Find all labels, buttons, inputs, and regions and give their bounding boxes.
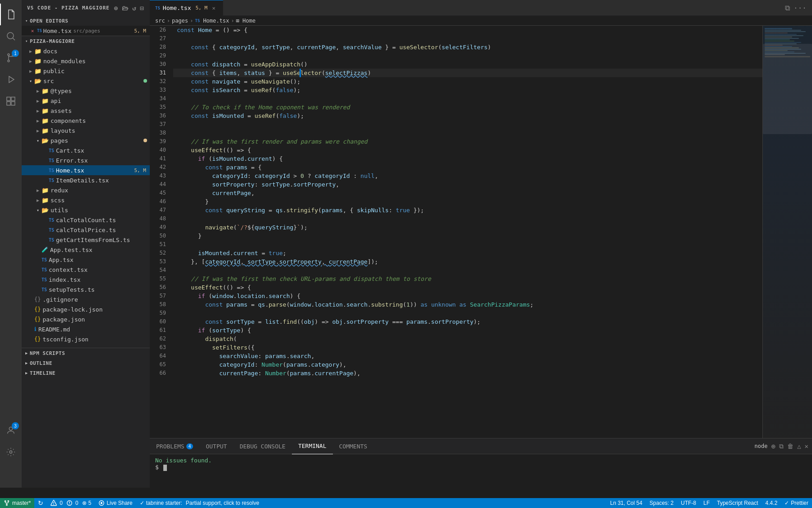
tree-item-components[interactable]: ▶ 📁 components xyxy=(22,116,150,126)
panel-tab-problems[interactable]: PROBLEMS 4 xyxy=(150,438,199,454)
outline-section[interactable]: ▶ OUTLINE xyxy=(22,358,150,368)
modified-dot xyxy=(143,139,147,142)
tree-item-getcartitemsfromls[interactable]: TS getCartItemsFromLS.ts xyxy=(22,235,150,245)
status-language-mode[interactable]: TypeScript React xyxy=(713,498,761,508)
folder-icon: 📁 xyxy=(42,117,49,124)
tree-item-gitignore[interactable]: {} .gitignore xyxy=(22,294,150,304)
open-editor-home-tsx[interactable]: ✕ TS Home.tsx src/pages 5, M xyxy=(22,26,150,36)
tree-item-app-test-tsx[interactable]: 🧪 App.test.tsx xyxy=(22,245,150,255)
tree-item-docs[interactable]: ▶ 📁 docs xyxy=(22,46,150,56)
timeline-section[interactable]: ▶ TIMELINE xyxy=(22,368,150,378)
breadcrumb-src[interactable]: src xyxy=(155,18,165,24)
tree-item-api[interactable]: ▶ 📁 api xyxy=(22,96,150,106)
git-activity-icon[interactable]: 1 xyxy=(0,47,22,69)
extensions-activity-icon[interactable] xyxy=(0,90,22,112)
panel-tab-output[interactable]: OUTPUT xyxy=(199,438,233,454)
tree-item-context-tsx[interactable]: TS context.tsx xyxy=(22,265,150,275)
tree-item-package-json[interactable]: {} package.json xyxy=(22,314,150,324)
sidebar: VS Code - Pizza Maggiore ⊕ 🗁 ↺ ⊟ ▾ OPEN … xyxy=(22,0,150,488)
breadcrumb-file[interactable]: TS Home.tsx xyxy=(195,18,229,24)
status-spaces[interactable]: Spaces: 2 xyxy=(646,498,677,508)
new-folder-icon[interactable]: 🗁 xyxy=(122,5,129,12)
tree-item-readme[interactable]: ℹ README.md xyxy=(22,324,150,334)
terminal-label: TERMINAL xyxy=(298,443,327,449)
chevron-right-icon: ▶ xyxy=(34,128,42,133)
status-sync[interactable]: ↻ xyxy=(34,498,47,508)
project-label[interactable]: ▾ PIZZA-MAGGIORE xyxy=(22,36,150,46)
tree-item-layouts[interactable]: ▶ 📁 layouts xyxy=(22,126,150,135)
tree-item-src[interactable]: ▾ 📂 src xyxy=(22,76,150,86)
status-version[interactable]: 4.4.2 xyxy=(762,498,781,508)
bottom-panel: PROBLEMS 4 OUTPUT DEBUG CONSOLE TERMINAL… xyxy=(150,438,812,498)
explorer-activity-icon[interactable] xyxy=(0,4,22,25)
breadcrumb-symbol[interactable]: ⊞ Home xyxy=(236,18,255,24)
status-prettier[interactable]: ✓ Prettier xyxy=(781,498,812,508)
tree-item-public[interactable]: ▶ 📁 public xyxy=(22,66,150,76)
terminal-content[interactable]: No issues found. $ xyxy=(150,454,812,498)
accounts-badge: 3 xyxy=(12,422,19,429)
close-panel-icon[interactable]: ✕ xyxy=(805,443,808,450)
split-editor-icon[interactable]: ⧉ xyxy=(785,4,790,12)
status-eol[interactable]: LF xyxy=(700,498,713,508)
accounts-activity-icon[interactable]: 3 xyxy=(0,419,22,441)
tree-item-utils[interactable]: ▾ 📂 utils xyxy=(22,205,150,215)
tree-item-redux[interactable]: ▶ 📁 redux xyxy=(22,185,150,195)
tree-item-calctotalcount[interactable]: TS calcTotalCount.ts xyxy=(22,215,150,225)
split-terminal-icon[interactable]: ⧉ xyxy=(779,443,784,450)
tree-item-assets[interactable]: ▶ 📁 assets xyxy=(22,106,150,116)
tree-item-error-tsx[interactable]: TS Error.tsx xyxy=(22,155,150,165)
npm-scripts-section[interactable]: ▶ NPM SCRIPTS xyxy=(22,348,150,358)
tree-item-cart-tsx[interactable]: TS Cart.tsx xyxy=(22,145,150,155)
tree-item-app-tsx[interactable]: TS App.tsx xyxy=(22,255,150,265)
kill-terminal-icon[interactable]: 🗑 xyxy=(787,443,794,450)
status-cursor-position[interactable]: Ln 31, Col 54 xyxy=(606,498,646,508)
more-actions-icon[interactable]: ··· xyxy=(794,4,807,12)
tree-item-index-tsx[interactable]: TS index.tsx xyxy=(22,275,150,284)
line-num-63: 63 xyxy=(150,343,170,352)
tree-item-pages[interactable]: ▾ 📂 pages xyxy=(22,135,150,145)
tree-item-home-tsx[interactable]: TS Home.tsx 5, M xyxy=(22,165,150,175)
code-line-38 xyxy=(173,129,762,137)
tree-item-scss[interactable]: ▶ 📁 scss xyxy=(22,195,150,205)
panel-tab-terminal[interactable]: TERMINAL xyxy=(292,438,333,454)
maximize-panel-icon[interactable]: △ xyxy=(797,443,801,450)
tree-item-itemdetails-tsx[interactable]: TS ItemDetails.tsx xyxy=(22,175,150,185)
breadcrumb-pages[interactable]: pages xyxy=(172,18,188,24)
tab-home-tsx[interactable]: TS Home.tsx 5, M ✕ xyxy=(150,0,223,16)
line-num-41: 41 xyxy=(150,154,170,163)
info-indicator: ⊗ xyxy=(82,500,87,506)
open-editors-label[interactable]: ▾ OPEN EDITORS xyxy=(22,16,150,26)
line-num-60: 60 xyxy=(150,317,170,326)
status-errors-warnings[interactable]: 0 0 ⊗ 5 xyxy=(47,498,95,508)
refresh-icon[interactable]: ↺ xyxy=(132,5,136,12)
close-open-editor-icon[interactable]: ✕ xyxy=(29,28,36,34)
panel-tab-comments[interactable]: COMMENTS xyxy=(333,438,374,454)
new-file-icon[interactable]: ⊕ xyxy=(114,5,118,12)
search-activity-icon[interactable] xyxy=(0,25,22,47)
panel-tab-debug-console[interactable]: DEBUG CONSOLE xyxy=(233,438,292,454)
tree-item-node-modules[interactable]: ▶ 📁 node_modules xyxy=(22,56,150,66)
collapse-all-icon[interactable]: ⊟ xyxy=(140,5,144,12)
status-git-branch[interactable]: master* xyxy=(0,498,34,508)
line-num-46: 46 xyxy=(150,197,170,206)
status-tabnine[interactable]: ✓ tabnine starter: Partial support, clic… xyxy=(136,498,263,508)
sidebar-bottom-sections: ▶ NPM SCRIPTS ▶ OUTLINE ▶ TIMELINE xyxy=(22,348,150,378)
status-encoding[interactable]: UTF-8 xyxy=(677,498,700,508)
tree-item-calctotalprice[interactable]: TS calcTotalPrice.ts xyxy=(22,225,150,235)
status-liveshare[interactable]: Live Share xyxy=(95,498,136,508)
file-name: ItemDetails.tsx xyxy=(56,177,109,184)
debug-activity-icon[interactable] xyxy=(0,69,22,90)
code-area[interactable]: const Home = () => { const { categoryId,… xyxy=(173,26,762,438)
line-num-64: 64 xyxy=(150,352,170,360)
close-tab-icon[interactable]: ✕ xyxy=(210,5,217,12)
tree-item-package-lock-json[interactable]: {} package-lock.json xyxy=(22,304,150,314)
warnings-count: 0 xyxy=(75,500,78,506)
line-num-37: 37 xyxy=(150,120,170,129)
svg-line-1 xyxy=(13,38,15,40)
tree-item-types[interactable]: ▶ 📁 @types xyxy=(22,86,150,96)
tree-item-setuptests-ts[interactable]: TS setupTests.ts xyxy=(22,284,150,294)
tree-item-tsconfig-json[interactable]: {} tsconfig.json xyxy=(22,334,150,344)
settings-activity-icon[interactable] xyxy=(0,441,22,463)
tabnine-message: Partial support, click to resolve xyxy=(186,500,259,506)
add-terminal-icon[interactable]: ⊕ xyxy=(771,442,775,451)
